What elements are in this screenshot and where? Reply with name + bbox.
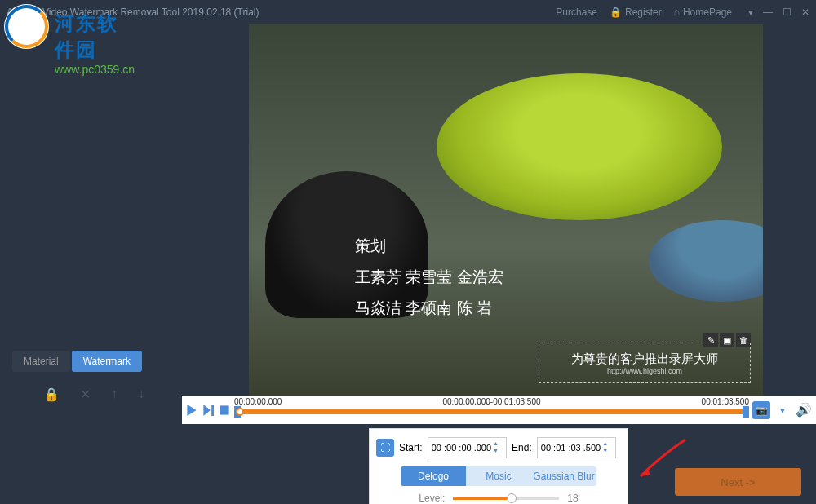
- video-preview[interactable]: 策划 王素芳 荣雪莹 金浩宏 马焱洁 李硕南 陈 岩 ✎ ▣ 🗑 为尊贵的客户推…: [249, 24, 763, 396]
- tab-watermark[interactable]: Watermark: [72, 351, 142, 372]
- home-icon: ⌂: [674, 7, 680, 18]
- start-time-input[interactable]: 00 :00 :00 .000 ▲▼: [428, 437, 507, 458]
- time-start: 00:00:00.000: [234, 397, 282, 406]
- logo-url: www.pc0359.cn: [55, 63, 135, 76]
- time-range: 00:00:00.000-00:01:03.500: [442, 397, 540, 406]
- timeline-track[interactable]: 00:00:00.000 00:00:00.000-00:01:03.500 0…: [234, 396, 749, 424]
- site-logo: 河东软件园 www.pc0359.cn: [4, 4, 49, 49]
- step-button[interactable]: [202, 404, 215, 417]
- watermark-selection[interactable]: 为尊贵的客户推出录屏大师 http://www.higeshi.com: [539, 343, 751, 383]
- level-slider[interactable]: [453, 497, 559, 500]
- svg-rect-0: [220, 405, 228, 414]
- up-icon[interactable]: ↑: [111, 387, 118, 402]
- video-credits: 策划 王素芳 荣雪莹 金浩宏 马焱洁 李硕南 陈 岩: [355, 232, 503, 325]
- stop-button[interactable]: [218, 404, 231, 417]
- mode-delogo[interactable]: Delogo: [401, 466, 466, 486]
- watermark-settings-panel: ⛶ Start: 00 :00 :00 .000 ▲▼ End: 00 :01 …: [369, 428, 628, 504]
- logo-text-cn: 河东软件园: [55, 11, 135, 63]
- confirm-button[interactable]: ✓: [610, 501, 621, 504]
- lock-icon: 🔒: [610, 7, 622, 18]
- fullscreen-icon[interactable]: ⛶: [376, 439, 394, 457]
- dropdown-icon[interactable]: ▾: [748, 7, 753, 18]
- start-label: Start:: [399, 442, 423, 453]
- end-time-input[interactable]: 00 :01 :03 .500 ▲▼: [537, 437, 616, 458]
- purchase-link[interactable]: Purchase: [556, 7, 597, 18]
- dropdown-icon[interactable]: ▾: [774, 401, 792, 419]
- camera-icon[interactable]: 📷: [752, 401, 770, 419]
- sidebar: Material Watermark 🔒 ✕ ↑ ↓: [12, 351, 175, 409]
- lock-icon[interactable]: 🔒: [43, 387, 60, 402]
- cancel-button[interactable]: ✕: [376, 501, 387, 504]
- timeline: 00:00:00.000 00:00:00.000-00:01:03.500 0…: [182, 396, 816, 424]
- mode-mosic[interactable]: Mosic: [466, 466, 531, 486]
- end-label: End:: [512, 442, 532, 453]
- trim-handle-right[interactable]: [743, 406, 749, 418]
- register-link[interactable]: 🔒 Register: [610, 7, 662, 18]
- close-button[interactable]: ✕: [801, 7, 809, 18]
- tab-material[interactable]: Material: [12, 351, 70, 372]
- end-spinner[interactable]: ▲▼: [602, 440, 612, 456]
- next-button[interactable]: Next ->: [675, 468, 801, 496]
- maximize-button[interactable]: ☐: [783, 7, 792, 18]
- minimize-button[interactable]: —: [763, 7, 773, 18]
- delete-icon[interactable]: ✕: [80, 387, 91, 402]
- mode-gaussian[interactable]: Gaussian Blur: [531, 466, 596, 486]
- time-end: 00:01:03.500: [702, 397, 749, 406]
- homepage-link[interactable]: ⌂ HomePage: [674, 7, 732, 18]
- playhead[interactable]: [236, 408, 244, 416]
- play-button[interactable]: [185, 404, 198, 417]
- down-icon[interactable]: ↓: [138, 387, 144, 402]
- start-spinner[interactable]: ▲▼: [493, 440, 503, 456]
- volume-icon[interactable]: 🔊: [795, 401, 813, 419]
